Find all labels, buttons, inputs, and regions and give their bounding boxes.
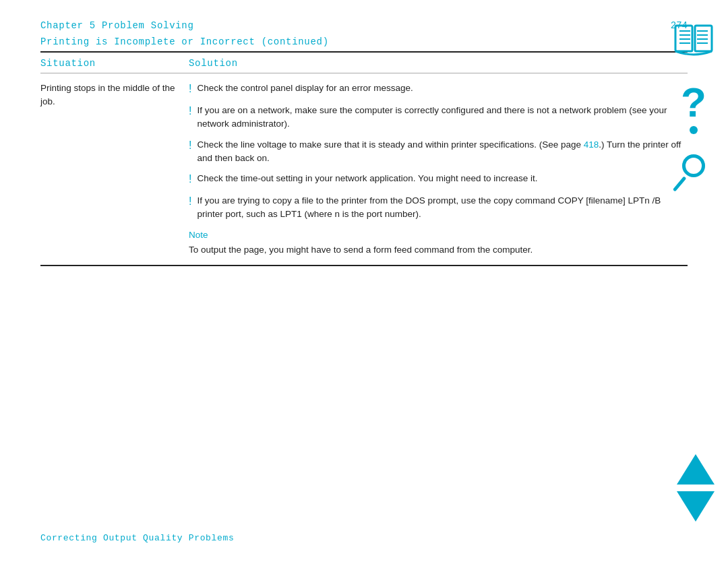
section-title: Printing is Incomplete or Incorrect (con… (40, 36, 688, 47)
chapter-title: Chapter 5 Problem Solving (40, 20, 194, 31)
bullet-mark-2: ! (189, 103, 191, 119)
table-row: Printing stops in the middle of the job.… (40, 73, 688, 266)
bullet-mark-4: ! (189, 171, 191, 187)
note-label: Note (189, 228, 688, 242)
bullet-mark-3: ! (189, 137, 191, 154)
bullet-text-5: If you are trying to copy a file to the … (197, 194, 688, 222)
question-icon[interactable]: ? (681, 82, 706, 134)
book-icon[interactable] (673, 20, 715, 61)
solution-column-header: Solution (189, 58, 688, 69)
bullet-text-2: If you are on a network, make sure the c… (197, 104, 688, 131)
bullet-text-4: Check the time-out setting in your netwo… (197, 172, 688, 185)
solution-cell: ! Check the control panel display for an… (189, 82, 688, 257)
question-dot (690, 126, 698, 134)
situation-text: Printing stops in the middle of the job. (40, 83, 175, 106)
magnifier-icon[interactable] (677, 154, 710, 195)
note-text: To output the page, you might have to se… (189, 243, 688, 257)
note-section: Note To output the page, you might have … (189, 228, 688, 257)
bullet-mark-1: ! (189, 81, 191, 97)
page-container: Chapter 5 Problem Solving 274 Printing i… (0, 0, 728, 562)
table-header-row: Situation Solution (40, 53, 688, 73)
bottom-navigation-icons (677, 454, 715, 522)
bullet-item-3: ! Check the line voltage to make sure th… (189, 138, 688, 166)
bullet-text-3: Check the line voltage to make sure that… (197, 138, 688, 166)
sidebar-icons: ? (673, 20, 715, 195)
bullet-item-1: ! Check the control panel display for an… (189, 82, 688, 97)
magnifier-handle (673, 176, 687, 191)
magnifier-circle (682, 154, 705, 177)
down-arrow-icon[interactable] (677, 491, 715, 522)
situation-column-header: Situation (40, 58, 189, 69)
bullet-mark-5: ! (189, 193, 191, 210)
bullet-text-1: Check the control panel display for an e… (197, 82, 688, 95)
question-mark-symbol: ? (681, 82, 706, 123)
bullet-item-5: ! If you are trying to copy a file to th… (189, 194, 688, 222)
bullet-item-2: ! If you are on a network, make sure the… (189, 104, 688, 131)
page-link-418[interactable]: 418 (584, 139, 599, 150)
main-table: Situation Solution Printing stops in the… (40, 53, 688, 266)
situation-cell: Printing stops in the middle of the job. (40, 82, 189, 257)
header-row: Chapter 5 Problem Solving 274 (40, 20, 688, 31)
up-arrow-icon[interactable] (677, 454, 715, 485)
footer-link[interactable]: Correcting Output Quality Problems (40, 533, 234, 543)
bullet-item-4: ! Check the time-out setting in your net… (189, 172, 688, 187)
